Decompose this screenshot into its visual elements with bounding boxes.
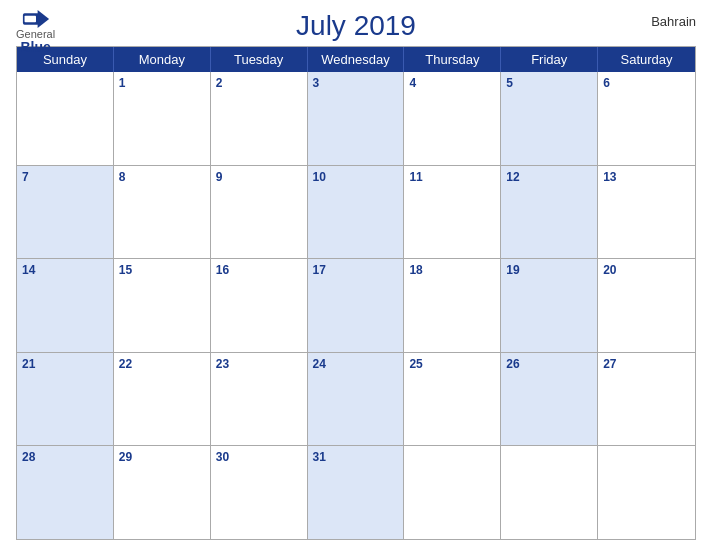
day-cell: 28: [17, 446, 114, 539]
day-cell: 22: [114, 353, 211, 446]
day-header-monday: Monday: [114, 47, 211, 72]
day-number: 2: [216, 75, 302, 92]
logo-icon: [22, 10, 50, 28]
day-cell: 12: [501, 166, 598, 259]
day-cell: 20: [598, 259, 695, 352]
day-header-wednesday: Wednesday: [308, 47, 405, 72]
week-row-1: 123456: [17, 72, 695, 165]
day-number: 24: [313, 356, 399, 373]
logo: General Blue: [16, 10, 55, 55]
day-cell: 15: [114, 259, 211, 352]
weeks-container: 1234567891011121314151617181920212223242…: [17, 72, 695, 539]
day-number: 8: [119, 169, 205, 186]
day-cell: 31: [308, 446, 405, 539]
day-number: 16: [216, 262, 302, 279]
day-cell: 16: [211, 259, 308, 352]
day-cell: 24: [308, 353, 405, 446]
day-headers-row: SundayMondayTuesdayWednesdayThursdayFrid…: [17, 47, 695, 72]
day-number: 10: [313, 169, 399, 186]
page: General Blue July 2019 Bahrain SundayMon…: [0, 0, 712, 550]
country-label: Bahrain: [651, 14, 696, 29]
day-number: 4: [409, 75, 495, 92]
day-header-friday: Friday: [501, 47, 598, 72]
day-number: 15: [119, 262, 205, 279]
day-cell: 7: [17, 166, 114, 259]
day-cell: 17: [308, 259, 405, 352]
day-number: 7: [22, 169, 108, 186]
day-number: 19: [506, 262, 592, 279]
day-cell: 19: [501, 259, 598, 352]
day-number: 18: [409, 262, 495, 279]
day-number: 11: [409, 169, 495, 186]
header: General Blue July 2019 Bahrain: [16, 10, 696, 42]
day-cell: 27: [598, 353, 695, 446]
logo-blue-text: Blue: [20, 40, 50, 55]
day-cell: 6: [598, 72, 695, 165]
day-number: 25: [409, 356, 495, 373]
day-cell: [598, 446, 695, 539]
day-cell: 3: [308, 72, 405, 165]
day-cell: 8: [114, 166, 211, 259]
week-row-2: 78910111213: [17, 165, 695, 259]
day-number: 26: [506, 356, 592, 373]
day-number: 5: [506, 75, 592, 92]
week-row-4: 21222324252627: [17, 352, 695, 446]
day-number: 27: [603, 356, 690, 373]
day-number: 21: [22, 356, 108, 373]
day-cell: 5: [501, 72, 598, 165]
day-cell: 30: [211, 446, 308, 539]
day-cell: 18: [404, 259, 501, 352]
day-number: 29: [119, 449, 205, 466]
day-number: 1: [119, 75, 205, 92]
day-header-saturday: Saturday: [598, 47, 695, 72]
calendar-title: July 2019: [296, 10, 416, 42]
week-row-5: 28293031: [17, 445, 695, 539]
day-cell: 2: [211, 72, 308, 165]
day-header-tuesday: Tuesday: [211, 47, 308, 72]
day-header-thursday: Thursday: [404, 47, 501, 72]
day-cell: 1: [114, 72, 211, 165]
calendar: SundayMondayTuesdayWednesdayThursdayFrid…: [16, 46, 696, 540]
day-cell: 13: [598, 166, 695, 259]
day-cell: 14: [17, 259, 114, 352]
day-cell: 11: [404, 166, 501, 259]
day-number: 12: [506, 169, 592, 186]
svg-marker-1: [37, 10, 48, 28]
week-row-3: 14151617181920: [17, 258, 695, 352]
day-cell: 4: [404, 72, 501, 165]
day-cell: 9: [211, 166, 308, 259]
day-number: 30: [216, 449, 302, 466]
day-cell: 23: [211, 353, 308, 446]
day-number: 28: [22, 449, 108, 466]
day-cell: 10: [308, 166, 405, 259]
day-number: 22: [119, 356, 205, 373]
day-number: 17: [313, 262, 399, 279]
day-cell: [501, 446, 598, 539]
day-number: 31: [313, 449, 399, 466]
day-number: 6: [603, 75, 690, 92]
day-cell: 26: [501, 353, 598, 446]
day-cell: 21: [17, 353, 114, 446]
day-number: 14: [22, 262, 108, 279]
day-cell: [404, 446, 501, 539]
day-number: 13: [603, 169, 690, 186]
day-cell: 25: [404, 353, 501, 446]
day-cell: [17, 72, 114, 165]
day-cell: 29: [114, 446, 211, 539]
day-number: 20: [603, 262, 690, 279]
svg-rect-2: [24, 16, 35, 23]
day-number: 3: [313, 75, 399, 92]
day-number: 23: [216, 356, 302, 373]
day-number: 9: [216, 169, 302, 186]
